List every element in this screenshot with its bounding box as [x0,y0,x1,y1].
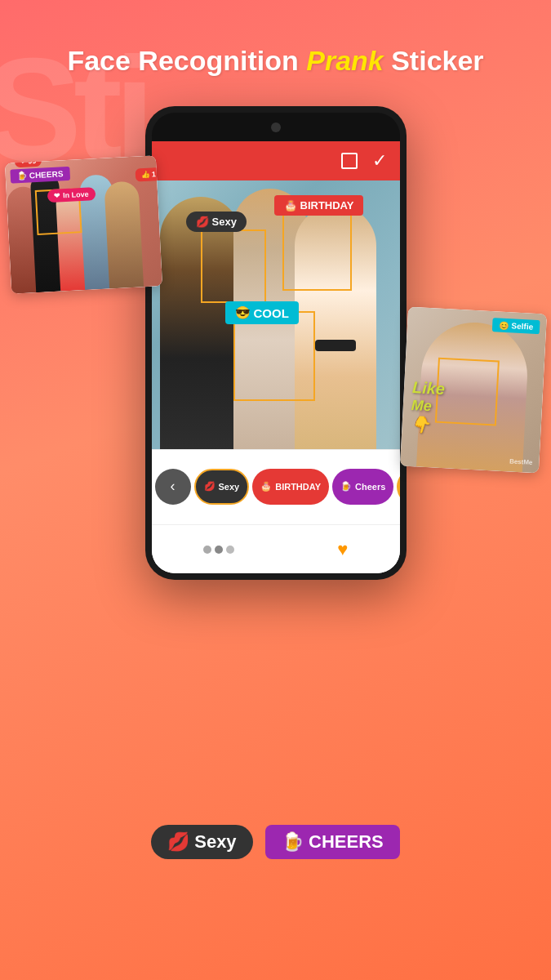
phone-bottom: ‹ 💋Sexy 🎂BIRTHDAY 🍺Cheers [152,449,400,573]
face-box-2 [282,213,352,291]
card-like-sticker: Like Me 👇 [410,378,446,435]
phone-screen: ✓ 💋💋 SexySexy [152,141,400,573]
phone-camera [271,122,281,132]
header-prefix: Face Recognition [67,45,306,76]
cheers-label-big: 🍺CHEERS [265,825,400,859]
photo-card-cheers: ❤ 99 👶 👍 1 🍺CHEERS ❤In Love [5,155,162,293]
card-selfie-sticker: 😊Selfie [492,318,540,334]
bestme-watermark: BestMe [509,457,533,466]
sticker-strip: ‹ 💋Sexy 🎂BIRTHDAY 🍺Cheers [152,449,400,523]
sticker-sexy-pill[interactable]: 💋Sexy [194,469,250,505]
phone-device: ✓ 💋💋 SexySexy [145,106,407,580]
three-dots-icon[interactable] [203,546,234,554]
card-inlove-sticker: ❤In Love [47,187,96,203]
square-icon[interactable] [341,153,358,169]
phone-toolbar: ✓ [152,141,400,180]
check-icon[interactable]: ✓ [372,150,387,172]
cool-sticker-in-photo: 😎COOL [225,301,299,324]
sticker-cheers-pill[interactable]: 🍺Cheers [332,469,393,505]
sexy-label-big: 💋Sexy [151,825,252,859]
header-title: Face Recognition Prank Sticker [24,45,527,77]
back-button[interactable]: ‹ [155,469,191,505]
photo-card-selfie: 😊Selfie Like Me 👇 BestMe [400,307,547,474]
sticker-birthday-pill[interactable]: 🎂BIRTHDAY [252,469,329,505]
heart-icon[interactable]: ♥ [337,539,348,560]
face-box-1 [201,229,266,303]
phone-nav: ♥ [152,524,400,573]
face-box-3 [233,311,315,401]
birthday-sticker-in-photo: 🎂BIRTHDAY [274,195,364,216]
header-highlight: Prank [306,45,384,76]
sticker-coffee-pill[interactable]: ☕Coffee Ti [397,469,399,505]
hearts-notification: ❤ 99 [15,155,42,167]
header-suffix: Sticker [384,45,484,76]
sexy-sticker-in-photo: 💋💋 SexySexy [186,212,247,232]
phone-photo-area: 💋💋 SexySexy 🎂BIRTHDAY 😎COOL [152,180,400,491]
card-cheers-sticker: 🍺CHEERS [10,167,69,184]
